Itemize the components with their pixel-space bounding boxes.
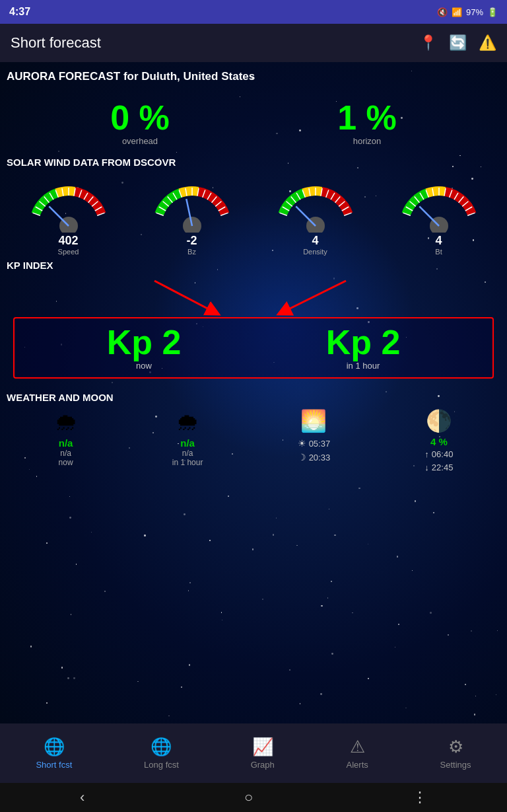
kp-now: Kp 2 now: [107, 325, 182, 371]
kp-index-label: KP INDEX: [0, 256, 507, 271]
weather-moon-label: WEATHER AND MOON: [0, 385, 507, 406]
sunset-time: 20:33: [309, 453, 331, 462]
sunrise-time: 05:37: [309, 439, 331, 449]
sunrise-icon: 🌅: [298, 408, 331, 433]
app-title: Short forecast: [11, 34, 101, 52]
gauge-bt: 4 Bt: [386, 173, 492, 256]
gauge-bt-label: Bt: [386, 248, 492, 256]
gauge-density-label: Density: [263, 248, 368, 256]
status-bar: 4:37 🔇 📶 97% 🔋: [0, 0, 507, 24]
kp-later: Kp 2 in 1 hour: [326, 325, 401, 371]
location-icon[interactable]: 📍: [419, 34, 437, 52]
gauge-density-value: 4: [263, 234, 368, 248]
solar-wind-label: SOLAR WIND DATA FROM DSCOVR: [0, 153, 507, 170]
mute-icon: 🔇: [437, 7, 448, 17]
top-bar-icons: 📍 🔄 ⚠️: [419, 34, 496, 52]
recents-button[interactable]: ⋮: [413, 789, 427, 806]
weather-row: 🌧 n/a n/a now 🌧 n/a n/a in 1 hour 🌅 ☀ 05…: [0, 406, 507, 476]
kp-later-value: Kp 2: [326, 325, 401, 359]
moonrise-row: ↑ 06:40: [424, 449, 453, 459]
kp-arrows-svg: [13, 277, 494, 317]
nav-short-fcst-label: Short fcst: [36, 760, 72, 770]
gauge-speed: 402 Speed: [16, 173, 121, 256]
nav-settings[interactable]: ⚙ Settings: [434, 733, 478, 774]
moonset-row: ↓ 22:45: [424, 462, 453, 472]
weather-1hour: 🌧 n/a n/a in 1 hour: [172, 408, 203, 467]
moonset-icon: ↓: [424, 462, 429, 472]
kp-later-label: in 1 hour: [326, 361, 401, 371]
weather-1hour-label: n/a: [172, 449, 203, 458]
nav-graph-icon: 📈: [252, 737, 273, 757]
moonrise-time: 06:40: [432, 449, 454, 459]
overhead-percent-label: overhead: [110, 136, 170, 146]
svg-line-0: [154, 281, 214, 312]
weather-1hour-time: in 1 hour: [172, 458, 203, 467]
weather-now-label: n/a: [54, 449, 78, 458]
alert-triangle-icon[interactable]: ⚠️: [479, 34, 496, 52]
moon-icon: 🌗: [424, 408, 453, 433]
sun-times: 🌅 ☀ 05:37 ☽ 20:33: [298, 408, 331, 463]
weather-1hour-icon: 🌧: [172, 408, 203, 436]
sunrise-row: ☀ 05:37: [298, 438, 331, 449]
kp-now-value: Kp 2: [107, 325, 182, 359]
status-time: 4:37: [9, 6, 30, 18]
horizon-percent-value: 1 %: [337, 100, 397, 135]
gauge-speed-label: Speed: [16, 248, 121, 256]
battery-text: 97%: [466, 7, 483, 17]
nav-settings-label: Settings: [440, 760, 471, 770]
top-bar: Short forecast 📍 🔄 ⚠️: [0, 24, 507, 62]
kp-box: Kp 2 now Kp 2 in 1 hour: [13, 317, 494, 379]
gauge-bz: -2 Bz: [139, 173, 245, 256]
nav-long-fcst-label: Long fcst: [144, 760, 179, 770]
back-button[interactable]: ‹: [80, 789, 84, 806]
gauge-speed-canvas: [22, 173, 115, 233]
system-nav: ‹ ○ ⋮: [0, 783, 507, 812]
sunset-row: ☽ 20:33: [298, 452, 331, 462]
home-button[interactable]: ○: [244, 789, 253, 806]
weather-now-time: now: [54, 458, 78, 467]
weather-now: 🌧 n/a n/a now: [54, 408, 78, 467]
moonrise-icon: ↑: [424, 449, 429, 459]
gauge-density-canvas: [269, 173, 362, 233]
wifi-icon: 📶: [452, 7, 462, 17]
gauge-density: 4 Density: [263, 173, 368, 256]
nav-alerts[interactable]: ⚠ Alerts: [340, 733, 375, 774]
gauge-bz-label: Bz: [139, 248, 245, 256]
sunrise-icon-small: ☀: [298, 438, 306, 449]
moon-block: 🌗 4 % ↑ 06:40 ↓ 22:45: [424, 408, 453, 473]
weather-now-icon: 🌧: [54, 408, 78, 436]
gauge-bt-canvas: [393, 173, 485, 233]
nav-alerts-label: Alerts: [347, 760, 368, 770]
gauge-bz-canvas: [146, 173, 238, 233]
nav-long-fcst[interactable]: 🌐 Long fcst: [137, 733, 186, 774]
nav-alerts-icon: ⚠: [350, 737, 365, 757]
nav-short-fcst[interactable]: 🌐 Short fcst: [29, 733, 79, 774]
main-content: AURORA FORECAST for Duluth, United State…: [0, 62, 507, 723]
overhead-percent-value: 0 %: [110, 100, 170, 135]
kp-now-label: now: [107, 361, 182, 371]
horizon-percent-label: horizon: [337, 136, 397, 146]
gauges-section: 402 Speed -2 Bz 4 Density 4 Bt: [0, 173, 507, 256]
kp-arrows-container: [13, 277, 494, 317]
moon-percent: 4 %: [424, 436, 453, 447]
percentages-section: 0 % overhead 1 % horizon: [0, 94, 507, 153]
nav-graph-label: Graph: [251, 760, 275, 770]
nav-graph[interactable]: 📈 Graph: [244, 733, 281, 774]
aurora-forecast-title: AURORA FORECAST for Duluth, United State…: [0, 62, 507, 87]
weather-1hour-value: n/a: [172, 437, 203, 449]
kp-area: Kp 2 now Kp 2 in 1 hour: [13, 277, 494, 379]
moonset-time: 22:45: [432, 462, 454, 472]
nav-bar: 🌐 Short fcst 🌐 Long fcst 📈 Graph ⚠ Alert…: [0, 723, 507, 783]
nav-short-fcst-icon: 🌐: [44, 737, 65, 757]
gauge-bz-value: -2: [139, 234, 245, 248]
refresh-icon[interactable]: 🔄: [449, 34, 467, 52]
horizon-percent-block: 1 % horizon: [337, 100, 397, 146]
weather-now-value: n/a: [54, 437, 78, 449]
sunset-icon-small: ☽: [298, 452, 306, 462]
status-icons: 🔇 📶 97% 🔋: [437, 7, 498, 17]
svg-line-1: [283, 281, 346, 312]
battery-icon: 🔋: [487, 7, 498, 17]
gauge-speed-value: 402: [16, 234, 121, 248]
gauge-bt-value: 4: [386, 234, 492, 248]
nav-long-fcst-icon: 🌐: [151, 737, 172, 757]
